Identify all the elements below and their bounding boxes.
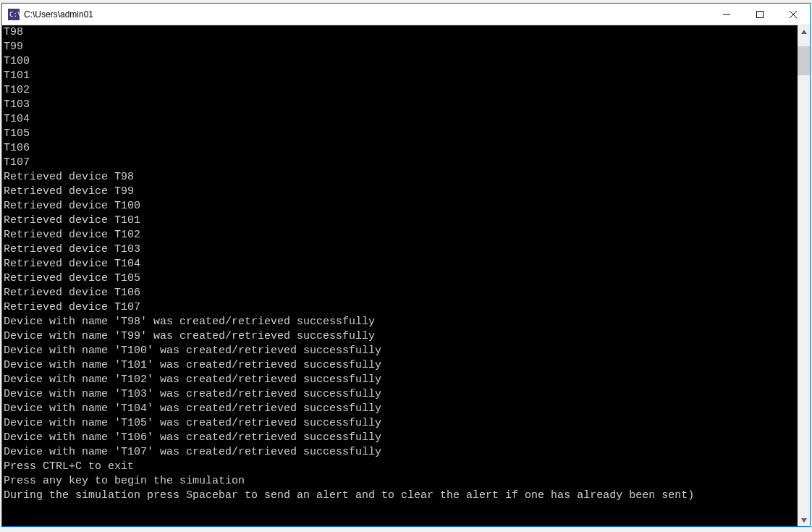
console-line-text: Press CTRL+C to exit <box>4 460 134 473</box>
console-line-text: Device with name 'T101' was created/retr… <box>4 359 381 371</box>
console-line: Device with name 'T104' was created/retr… <box>4 402 798 416</box>
console-line: Device with name 'T99' was created/retri… <box>4 329 798 344</box>
console-line: Press any key to begin the simulation <box>4 474 798 489</box>
window-title: C:\Users\admin01 <box>24 9 710 20</box>
console-line: Retrieved device T103 <box>4 242 798 257</box>
cmd-icon-text: C:\ <box>9 11 20 18</box>
console-line-text: Retrieved device T105 <box>4 272 140 284</box>
console-line: Device with name 'T100' was created/retr… <box>4 344 798 358</box>
console-line: T104 <box>4 112 798 127</box>
console-line-text: Device with name 'T107' was created/retr… <box>4 446 381 458</box>
console-line-text: Device with name 'T98' was created/retri… <box>4 316 375 328</box>
console-line: Device with name 'T101' was created/retr… <box>4 358 798 373</box>
maximize-icon <box>756 11 764 18</box>
vertical-scrollbar[interactable] <box>798 25 810 526</box>
console-line-text: Device with name 'T102' was created/retr… <box>4 373 381 386</box>
window-controls <box>710 4 810 25</box>
console-line-text: T100 <box>4 55 30 67</box>
minimize-button[interactable] <box>710 4 743 25</box>
console-line-text: Retrieved device T99 <box>4 185 134 198</box>
console-output[interactable]: T98T99T100T101T102T103T104T105T106T107Re… <box>2 25 798 526</box>
console-line: T107 <box>4 156 798 170</box>
chevron-down-icon <box>801 518 807 523</box>
client-area: T98T99T100T101T102T103T104T105T106T107Re… <box>2 25 810 526</box>
console-line-text: Retrieved device T98 <box>4 171 134 183</box>
minimize-icon <box>723 11 730 18</box>
console-line: Retrieved device T101 <box>4 214 798 228</box>
console-line: Device with name 'T105' was created/retr… <box>4 416 798 431</box>
console-line-text: Device with name 'T103' was created/retr… <box>4 388 381 400</box>
editor-behind-fragment: private const double alertTemp = 6.00; <box>1 525 811 532</box>
console-line: Retrieved device T105 <box>4 271 798 286</box>
maximize-button[interactable] <box>743 4 777 25</box>
console-line-text: Retrieved device T103 <box>4 243 140 256</box>
console-line: T98 <box>4 25 798 40</box>
console-line-text: T105 <box>4 127 30 140</box>
console-line: Device with name 'T98' was created/retri… <box>4 315 798 329</box>
console-window: C:\ C:\Users\admin01 T98T99T100T101T102T… <box>1 3 811 527</box>
console-line-text: T104 <box>4 113 30 125</box>
console-line: Retrieved device T98 <box>4 170 798 185</box>
console-line-text: Retrieved device T104 <box>4 258 140 270</box>
console-line-text: Device with name 'T105' was created/retr… <box>4 417 381 429</box>
console-line: Press CTRL+C to exit <box>4 460 798 474</box>
console-line-text: Device with name 'T104' was created/retr… <box>4 402 381 415</box>
console-line-text: T101 <box>4 69 30 82</box>
console-line-text: During the simulation press Spacebar to … <box>4 489 694 502</box>
console-line: Device with name 'T106' was created/retr… <box>4 431 798 445</box>
console-line: T105 <box>4 127 798 141</box>
console-line-text: T98 <box>4 26 23 38</box>
scroll-track[interactable] <box>798 38 810 514</box>
console-line: T106 <box>4 141 798 156</box>
console-line-text: T103 <box>4 98 30 111</box>
console-line: Device with name 'T102' was created/retr… <box>4 373 798 387</box>
console-line: Retrieved device T106 <box>4 286 798 300</box>
console-line: Device with name 'T107' was created/retr… <box>4 445 798 460</box>
console-line-text: Device with name 'T106' was created/retr… <box>4 431 381 444</box>
console-line: T100 <box>4 54 798 69</box>
console-line: Retrieved device T107 <box>4 300 798 315</box>
console-line: T103 <box>4 98 798 112</box>
chevron-up-icon <box>801 30 807 34</box>
console-line-text: Retrieved device T106 <box>4 287 140 299</box>
console-line: T101 <box>4 69 798 83</box>
titlebar[interactable]: C:\ C:\Users\admin01 <box>2 4 810 25</box>
console-line-text: Retrieved device T101 <box>4 214 140 227</box>
console-line: Retrieved device T102 <box>4 228 798 242</box>
console-line-text: T102 <box>4 84 30 96</box>
console-line: Retrieved device T100 <box>4 199 798 214</box>
console-line: Device with name 'T103' was created/retr… <box>4 387 798 402</box>
scroll-thumb[interactable] <box>798 46 810 75</box>
console-line-text: Retrieved device T100 <box>4 200 140 212</box>
console-line-text: Retrieved device T107 <box>4 301 140 313</box>
console-line-text: T106 <box>4 142 30 154</box>
close-button[interactable] <box>777 4 810 25</box>
console-line-text: Device with name 'T99' was created/retri… <box>4 330 375 342</box>
console-line: Retrieved device T104 <box>4 257 798 271</box>
console-line-text: T107 <box>4 156 30 169</box>
svg-rect-1 <box>757 11 764 17</box>
close-icon <box>790 11 797 18</box>
console-line: T102 <box>4 83 798 98</box>
console-line-text: Retrieved device T102 <box>4 229 140 241</box>
console-line-text: Device with name 'T100' was created/retr… <box>4 345 381 357</box>
console-line: During the simulation press Spacebar to … <box>4 489 798 503</box>
cmd-icon: C:\ <box>8 9 20 20</box>
scroll-up-button[interactable] <box>798 25 810 38</box>
console-line-text: T99 <box>4 41 23 53</box>
console-line: Retrieved device T99 <box>4 185 798 199</box>
console-line: T99 <box>4 40 798 54</box>
console-line-text: Press any key to begin the simulation <box>4 475 245 487</box>
